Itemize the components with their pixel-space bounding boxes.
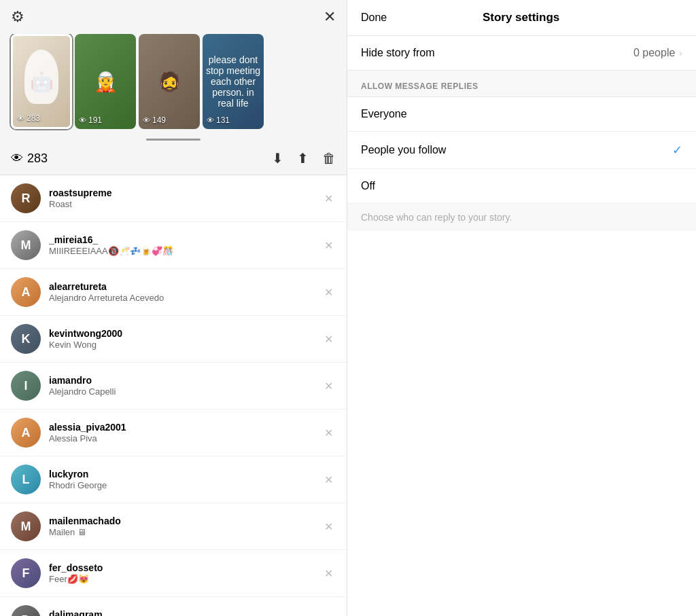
- hide-story-row[interactable]: Hide story from 0 people ›: [347, 36, 696, 71]
- remove-button[interactable]: ✕: [321, 471, 336, 489]
- list-item: D dalimagram ⬛ Dalí Maldonado ⬛ ✕: [0, 597, 347, 616]
- avatar: M: [11, 511, 41, 541]
- user-info: iamandro Alejandro Capelli: [49, 375, 313, 397]
- views-row: 👁 283 ⬇ ⬆ 🗑: [0, 145, 347, 175]
- views-number: 283: [27, 151, 48, 166]
- remove-button[interactable]: ✕: [321, 611, 336, 617]
- list-item: L luckyron Rhodri George ✕: [0, 456, 347, 503]
- avatar: A: [11, 277, 41, 307]
- display-name: Alejandro Arretureta Acevedo: [49, 293, 313, 303]
- list-item: M mailenmachado Mailen 🖥 ✕: [0, 503, 347, 550]
- display-name: MIIIREEEIAAA🔞🥂💤🍺💞🎊: [49, 246, 313, 256]
- username: roastsupreme: [49, 187, 313, 198]
- avatar: M: [11, 230, 41, 260]
- close-icon[interactable]: ✕: [324, 8, 336, 26]
- display-name: Kevin Wong: [49, 340, 313, 350]
- thumb-views-4: 👁 131: [207, 115, 230, 125]
- remove-button[interactable]: ✕: [321, 377, 336, 395]
- eye-icon-4: 👁: [207, 116, 214, 124]
- display-name: Alejandro Capelli: [49, 386, 313, 397]
- avatar: D: [11, 605, 41, 616]
- story-thumb-4[interactable]: please dont stop meeting each other pers…: [203, 34, 264, 129]
- avatar: A: [11, 418, 41, 448]
- user-info: fer_dosseto Feer💋😻: [49, 562, 313, 584]
- story-strip: 🤖 👁 283 🧝 👁 191 🧔 👁 149 please dont stop…: [0, 34, 347, 134]
- views-actions: ⬇ ⬆ 🗑: [272, 150, 336, 166]
- eye-icon-3: 👁: [143, 116, 150, 124]
- avatar: I: [11, 371, 41, 401]
- hide-story-label: Hide story from: [361, 47, 434, 59]
- story-thumb-3[interactable]: 🧔 👁 149: [139, 34, 200, 129]
- display-name: Rhodri George: [49, 480, 313, 490]
- download-button[interactable]: ⬇: [272, 150, 283, 166]
- username: mailenmachado: [49, 515, 313, 526]
- list-item: A alearretureta Alejandro Arretureta Ace…: [0, 269, 347, 316]
- user-info: alessia_piva2001 Alessia Piva: [49, 422, 313, 443]
- reply-option-off[interactable]: Off: [347, 169, 696, 204]
- display-name: Alessia Piva: [49, 433, 313, 443]
- avatar: L: [11, 465, 41, 494]
- option-people-follow-label: People you follow: [361, 144, 446, 156]
- left-panel: ⚙ ✕ 🤖 👁 283 🧝 👁 191 🧔 👁 149 ple: [0, 0, 347, 616]
- username: iamandro: [49, 375, 313, 386]
- checkmark-icon: ✓: [672, 143, 682, 158]
- username: luckyron: [49, 469, 313, 479]
- option-off-label: Off: [361, 180, 375, 192]
- user-info: roastsupreme Roast: [49, 187, 313, 209]
- remove-button[interactable]: ✕: [321, 236, 336, 255]
- list-item: I iamandro Alejandro Capelli ✕: [0, 363, 347, 410]
- avatar: R: [11, 183, 41, 213]
- story-thumb-2[interactable]: 🧝 👁 191: [75, 34, 136, 129]
- display-name: Feer💋😻: [49, 574, 313, 584]
- user-info: _mireia16_ MIIIREEEIAAA🔞🥂💤🍺💞🎊: [49, 234, 313, 256]
- user-info: dalimagram ⬛ Dalí Maldonado ⬛: [49, 609, 313, 616]
- user-info: mailenmachado Mailen 🖥: [49, 515, 313, 537]
- views-count: 👁 283: [11, 151, 48, 166]
- hide-story-count: 0 people: [633, 47, 675, 59]
- progress-indicator: [0, 134, 347, 145]
- thumb-views-2: 👁 191: [79, 115, 102, 125]
- share-button[interactable]: ⬆: [297, 150, 309, 166]
- reply-option-everyone[interactable]: Everyone: [347, 97, 696, 132]
- chevron-right-icon: ›: [679, 48, 682, 58]
- thumb-views-1: 👁 283: [17, 113, 40, 123]
- reply-option-people-you-follow[interactable]: People you follow ✓: [347, 132, 696, 169]
- remove-button[interactable]: ✕: [321, 189, 336, 208]
- delete-button[interactable]: 🗑: [322, 151, 336, 166]
- user-info: alearretureta Alejandro Arretureta Aceve…: [49, 281, 313, 303]
- username: alearretureta: [49, 281, 313, 292]
- settings-title: Story settings: [483, 11, 559, 24]
- settings-header: Done Story settings: [347, 0, 696, 36]
- section-label: ALLOW MESSAGE REPLIES: [347, 71, 696, 97]
- user-list: R roastsupreme Roast ✕ M _mireia16_ MIII…: [0, 175, 347, 616]
- avatar: F: [11, 558, 41, 588]
- username: fer_dosseto: [49, 562, 313, 573]
- eye-icon-2: 👁: [79, 116, 86, 124]
- list-item: F fer_dosseto Feer💋😻 ✕: [0, 550, 347, 597]
- remove-button[interactable]: ✕: [321, 424, 336, 442]
- user-info: kevintwong2000 Kevin Wong: [49, 328, 313, 350]
- list-item: K kevintwong2000 Kevin Wong ✕: [0, 316, 347, 363]
- display-name: Mailen 🖥: [49, 527, 313, 537]
- list-item: A alessia_piva2001 Alessia Piva ✕: [0, 410, 347, 456]
- reply-hint: Choose who can reply to your story.: [347, 204, 696, 231]
- user-info: luckyron Rhodri George: [49, 469, 313, 490]
- remove-button[interactable]: ✕: [321, 283, 336, 302]
- hide-story-value: 0 people ›: [633, 47, 682, 59]
- remove-button[interactable]: ✕: [321, 518, 336, 536]
- username: kevintwong2000: [49, 328, 313, 339]
- gear-icon[interactable]: ⚙: [11, 8, 24, 26]
- option-everyone-label: Everyone: [361, 108, 407, 120]
- remove-button[interactable]: ✕: [321, 564, 336, 583]
- done-button[interactable]: Done: [361, 12, 387, 24]
- avatar: K: [11, 324, 41, 354]
- list-item: R roastsupreme Roast ✕: [0, 175, 347, 222]
- username: alessia_piva2001: [49, 422, 313, 433]
- thumb-views-3: 👁 149: [143, 115, 166, 125]
- story-thumb-1[interactable]: 🤖 👁 283: [11, 34, 72, 129]
- top-bar: ⚙ ✕: [0, 0, 347, 34]
- list-item: M _mireia16_ MIIIREEEIAAA🔞🥂💤🍺💞🎊 ✕: [0, 222, 347, 269]
- eye-icon-main: 👁: [11, 151, 23, 166]
- remove-button[interactable]: ✕: [321, 330, 336, 348]
- username: _mireia16_: [49, 234, 313, 245]
